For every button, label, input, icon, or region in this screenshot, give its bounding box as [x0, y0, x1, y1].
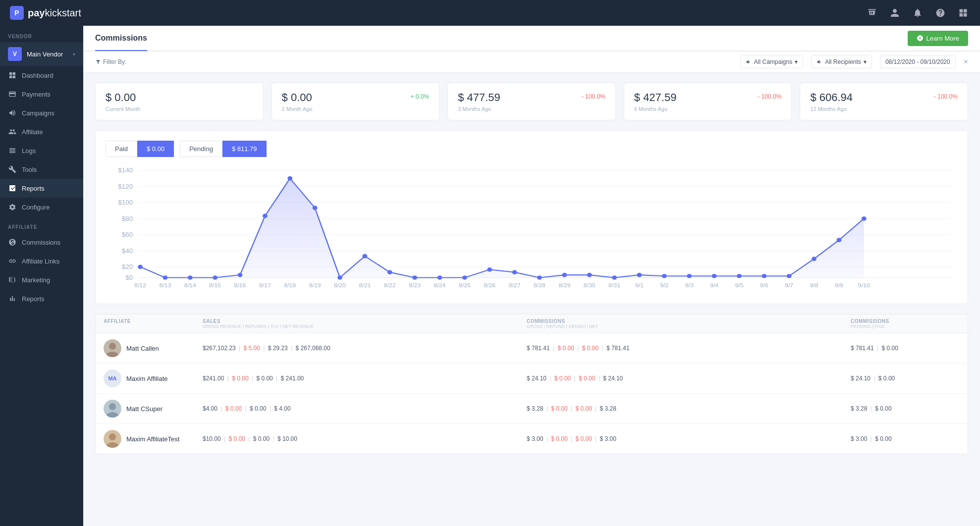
sidebar-item-logs[interactable]: Logs [0, 141, 83, 160]
date-range-picker[interactable]: 08/12/2020 - 09/10/2020 [880, 55, 956, 68]
commissions-cell-0: $ 781.41 | $ 0.00 | $ 0.00 | $ 781.41 [527, 345, 851, 352]
recipients-filter-btn[interactable]: All Recipients ▾ [811, 55, 872, 68]
svg-point-28 [412, 275, 417, 280]
recipients-btn-label: All Recipients [825, 58, 861, 65]
svg-point-38 [662, 274, 667, 278]
avatar-0 [104, 339, 121, 357]
svg-text:8/21: 8/21 [359, 283, 371, 288]
svg-point-27 [387, 270, 392, 274]
table-row: Maxim AffiliateTest $10.00 | $ 0.00 | $ … [96, 424, 968, 454]
sidebar-item-reports[interactable]: Reports [0, 179, 83, 198]
stat-amount-4: $ 606.94 [810, 91, 853, 104]
tools-icon [8, 165, 17, 174]
filter-bar: Filter By: All Campaigns ▾ All Recipient… [83, 52, 980, 73]
th-affiliate: AFFILIATE [104, 318, 203, 329]
vendor-icon: V [8, 47, 22, 61]
avatar-2 [104, 400, 121, 418]
svg-point-25 [337, 275, 342, 280]
stat-change-4: - 100.0% [934, 93, 958, 100]
svg-text:8/26: 8/26 [484, 283, 495, 288]
svg-point-42 [762, 274, 766, 278]
sidebar-item-commissions[interactable]: Commissions [0, 233, 83, 252]
table-row: Matt Callen $267,102.23 | $ 5.00 | $ 29.… [96, 333, 968, 364]
svg-text:9/8: 9/8 [810, 283, 818, 288]
filter-label: Filter By: [95, 58, 126, 65]
marketing-icon [8, 275, 17, 284]
reports-icon [8, 184, 17, 193]
stat-amount-2: $ 477.59 [458, 91, 500, 104]
logs-label: Logs [22, 147, 36, 155]
svg-point-33 [537, 275, 542, 280]
sidebar-item-affiliate-reports[interactable]: Reports [0, 289, 83, 308]
sales-cell-1: $241.00 | $ 0.00 | $ 0.00 | $ 241.00 [203, 375, 527, 382]
learn-more-button[interactable]: Learn More [908, 31, 968, 46]
sidebar-item-configure[interactable]: Configure [0, 198, 83, 216]
sidebar-item-dashboard[interactable]: Dashboard [0, 66, 83, 85]
stat-label-3: 6 Months Ago [634, 106, 782, 112]
commissions-cell-3: $ 3.00 | $ 0.00 | $ 0.00 | $ 3.00 [527, 435, 851, 442]
svg-point-30 [462, 275, 467, 280]
affiliate-name-0: Matt Callen [126, 345, 159, 352]
page-header: Commissions Learn More [83, 26, 980, 52]
stat-card-12-months: $ 606.94 - 100.0% 12 Months Ago [800, 83, 968, 120]
tools-label: Tools [22, 166, 37, 173]
affiliate-name-3: Maxim AffiliateTest [126, 435, 179, 443]
question-icon[interactable] [933, 6, 947, 20]
logo[interactable]: P paykickstart [10, 6, 81, 20]
affiliate-cell-0: Matt Callen [104, 339, 203, 357]
vendor-selector[interactable]: V Main Vendor ▾ [0, 42, 83, 66]
clear-filter-btn[interactable]: × [964, 57, 968, 66]
svg-text:8/25: 8/25 [459, 283, 471, 288]
sidebar-item-payments[interactable]: Payments [0, 85, 83, 104]
sidebar-item-tools[interactable]: Tools [0, 160, 83, 179]
topnav-icons [865, 6, 970, 20]
campaigns-btn-label: All Campaigns [754, 58, 792, 65]
affiliate-name-1: Maxim Affiliate [126, 375, 168, 382]
payments-label: Payments [22, 91, 51, 98]
svg-point-32 [512, 270, 517, 274]
svg-point-19 [188, 275, 193, 280]
logs-icon [8, 146, 17, 155]
user-icon[interactable] [888, 6, 902, 20]
svg-text:8/24: 8/24 [434, 283, 446, 288]
scroll-area: $ 0.00 Current Month $ 0.00 + 0.0% 1 Mon… [83, 73, 980, 526]
affiliate-label: Affiliate [22, 128, 43, 136]
configure-label: Configure [22, 204, 50, 211]
commissions2-cell-3: $ 3.00 | $ 0.00 [851, 435, 960, 442]
svg-point-41 [737, 274, 742, 278]
svg-text:$100: $100 [118, 199, 133, 206]
store-icon[interactable] [865, 6, 879, 20]
campaigns-filter-btn[interactable]: All Campaigns ▾ [740, 55, 803, 68]
table-header: AFFILIATE SALES GROSS REVENUE | REFUNDS … [96, 315, 968, 333]
affiliate-links-icon [8, 257, 17, 265]
affiliate-section-label: AFFILIATE [0, 216, 83, 233]
svg-point-40 [712, 274, 717, 278]
th-sales: SALES GROSS REVENUE | REFUNDS | TAX | NE… [203, 318, 527, 329]
sidebar-item-marketing[interactable]: Marketing [0, 270, 83, 289]
svg-point-26 [362, 254, 367, 259]
affiliates-table: AFFILIATE SALES GROSS REVENUE | REFUNDS … [95, 314, 968, 454]
th-commissions: COMMISSIONS GROSS | REFUND | DENIED | NE… [527, 318, 851, 329]
pending-tab-value[interactable]: $ 811.79 [222, 141, 267, 157]
paid-tab-value[interactable]: $ 0.00 [137, 141, 174, 157]
svg-text:8/30: 8/30 [584, 283, 596, 288]
stat-card-3-months: $ 477.59 - 100.0% 3 Months Ago [447, 83, 616, 120]
chart-area: $140 $120 $100 $80 $60 $40 $20 $0 [106, 165, 958, 294]
pending-tab-label[interactable]: Pending [180, 141, 222, 157]
sidebar: VENDOR V Main Vendor ▾ Dashboard Payment… [0, 26, 83, 526]
svg-text:8/28: 8/28 [534, 283, 545, 288]
sidebar-item-affiliate[interactable]: Affiliate [0, 122, 83, 141]
svg-text:8/14: 8/14 [184, 283, 196, 288]
svg-point-34 [562, 273, 567, 277]
svg-text:9/6: 9/6 [760, 283, 768, 288]
stat-change-1: + 0.0% [410, 93, 429, 100]
commissions-cell-1: $ 24.10 | $ 0.00 | $ 0.00 | $ 24.10 [527, 375, 851, 382]
sidebar-item-campaigns[interactable]: Campaigns [0, 104, 83, 122]
paid-tab-label[interactable]: Paid [106, 141, 137, 157]
bell-icon[interactable] [911, 6, 925, 20]
stat-label-4: 12 Months Ago [810, 106, 958, 112]
sidebar-item-affiliate-links[interactable]: Affiliate Links [0, 252, 83, 270]
svg-point-31 [487, 267, 492, 272]
grid-icon[interactable] [956, 6, 970, 20]
campaigns-icon [8, 108, 17, 117]
